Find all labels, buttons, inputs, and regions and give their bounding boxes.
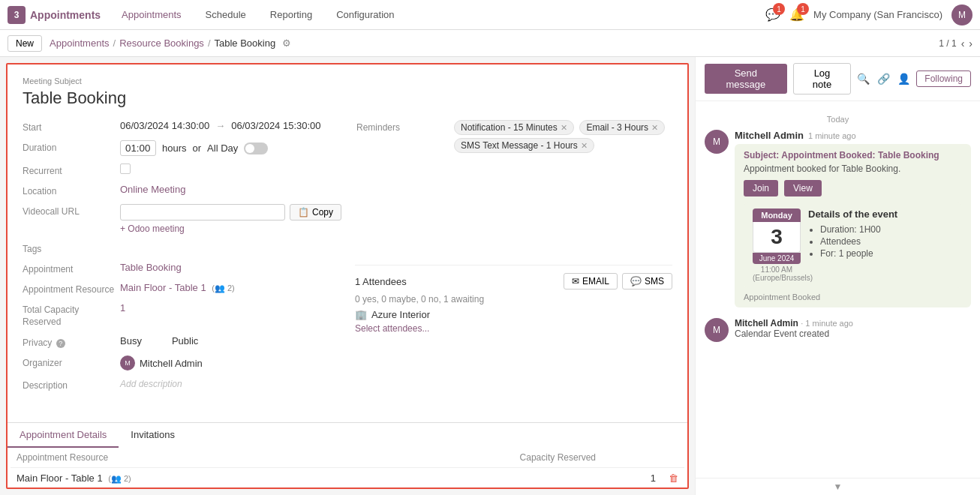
total-capacity-value[interactable]: 1 — [120, 302, 340, 314]
privacy-label: Privacy ? — [23, 335, 120, 348]
attendees-section: 1 Attendees ✉ EMAIL 💬 SMS — [355, 265, 672, 334]
user-avatar[interactable]: M — [951, 4, 972, 26]
copy-button[interactable]: 📋 Copy — [290, 204, 341, 220]
location-value[interactable]: Online Meeting — [120, 184, 341, 195]
videocall-input[interactable] — [120, 204, 285, 220]
new-button[interactable]: New — [8, 35, 42, 52]
tab-invitations[interactable]: Invitations — [119, 423, 187, 448]
nav-schedule[interactable]: Schedule — [200, 6, 252, 23]
user-icon[interactable]: 👤 — [897, 73, 910, 85]
resource-icons: (👥 2) — [212, 284, 235, 292]
select-attendees[interactable]: Select attendees... — [355, 323, 672, 334]
following-button[interactable]: Following — [916, 70, 971, 87]
email-button[interactable]: ✉ EMAIL — [564, 273, 618, 290]
attendee-item-0: 🏢 Azure Interior — [355, 309, 672, 320]
pagination: 1 / 1 ‹ › — [939, 38, 972, 50]
location-row: Location Online Meeting — [23, 184, 341, 196]
description-label: Description — [23, 378, 120, 391]
sub-header: New Appointments / Resource Bookings / T… — [0, 30, 980, 57]
attendee-status: 0 yes, 0 maybe, 0 no, 1 awaiting — [355, 294, 672, 304]
msg-subject-0: Subject: Appointment Booked: Table Booki… — [744, 150, 962, 160]
duration-input[interactable] — [120, 140, 156, 156]
organizer-avatar: M — [120, 356, 135, 370]
appointment-label: Appointment — [23, 262, 120, 274]
breadcrumb-appointments[interactable]: Appointments — [50, 38, 110, 49]
cal-detail-0: Duration: 1H00 — [820, 224, 953, 235]
notification-badge-1: 1 — [773, 3, 785, 15]
link-icon[interactable]: 🔗 — [877, 73, 890, 85]
organizer-name[interactable]: Mitchell Admin — [140, 358, 203, 369]
gear-icon[interactable]: ⚙ — [282, 38, 291, 49]
appointment-row: Appointment Table Booking — [23, 262, 340, 274]
top-nav-links: Appointments Schedule Reporting Configur… — [116, 6, 400, 23]
arrow: → — [215, 120, 225, 131]
pagination-text: 1 / 1 — [939, 38, 956, 49]
nav-configuration[interactable]: Configuration — [330, 6, 400, 23]
privacy-help-icon[interactable]: ? — [56, 339, 65, 348]
reminder-close-2[interactable]: ✕ — [581, 141, 588, 151]
cal-details: Details of the event Duration: 1H00 Atte… — [808, 208, 953, 282]
organizer-value: M Mitchell Admin — [120, 356, 340, 370]
reminder-close-1[interactable]: ✕ — [651, 123, 658, 133]
notification-icon-1[interactable]: 💬 1 — [765, 8, 780, 22]
odoo-meeting-link[interactable]: + Odoo meeting — [120, 224, 185, 234]
chatter-content-0: Mitchell Admin 1 minute ago Subject: App… — [735, 130, 971, 308]
chatter-author-1: Mitchell Admin — [735, 318, 798, 328]
join-button[interactable]: Join — [744, 180, 778, 196]
cal-icon: Monday 3 June 2024 11:00 AM (Europe/Brus… — [753, 208, 801, 282]
start-row: Start 06/03/2024 14:30:00 → 06/03/2024 1… — [23, 120, 341, 133]
reminder-close-0[interactable]: ✕ — [561, 123, 567, 133]
pagination-next[interactable]: › — [969, 38, 972, 50]
table-delete-0[interactable]: 🗑 — [669, 472, 678, 484]
attendee-icon: 🏢 — [355, 309, 367, 320]
breadcrumb: Appointments / Resource Bookings / Table… — [50, 38, 291, 49]
breadcrumb-resource-bookings[interactable]: Resource Bookings — [119, 38, 204, 49]
privacy-public: Public — [172, 335, 198, 346]
log-note-button[interactable]: Log note — [793, 63, 852, 94]
videocall-label: Videocall URL — [23, 204, 120, 217]
email-icon: ✉ — [572, 276, 579, 286]
description-placeholder[interactable]: Add description — [120, 379, 182, 389]
right-panel: Send message Log note 🔍 🔗 👤 Following To… — [695, 57, 980, 495]
meeting-title[interactable]: Table Booking — [23, 88, 672, 108]
privacy-row: Privacy ? Busy Public — [23, 335, 340, 348]
chatter-message-0: M Mitchell Admin 1 minute ago Subject: A… — [705, 130, 971, 308]
app-logo: 3 Appointments — [8, 6, 101, 24]
attendees-count: 1 Attendees — [355, 276, 407, 287]
view-button[interactable]: View — [784, 180, 822, 196]
nav-appointments[interactable]: Appointments — [116, 6, 188, 23]
pagination-prev[interactable]: ‹ — [961, 38, 965, 50]
appointment-resource-label: Appointment Resource — [23, 282, 120, 295]
chatter-time-1b: 1 minute ago — [805, 319, 853, 328]
breadcrumb-sep: / — [113, 38, 116, 49]
notification-icon-2[interactable]: 🔔 1 — [789, 8, 804, 22]
company-name: My Company (San Francisco) — [813, 9, 942, 20]
sms-button[interactable]: 💬 SMS — [622, 273, 672, 290]
reminder-label-1: Email - 3 Hours — [586, 122, 648, 133]
privacy-busy: Busy — [120, 335, 142, 346]
table-capacity-value-0[interactable]: 1 — [596, 472, 656, 484]
nav-reporting[interactable]: Reporting — [264, 6, 318, 23]
scroll-down-arrow[interactable]: ▼ — [696, 478, 980, 495]
right-panel-header: Send message Log note 🔍 🔗 👤 Following — [696, 57, 980, 101]
duration-row: Duration hours or All Day — [23, 140, 341, 156]
privacy-values: Busy Public — [120, 335, 340, 346]
attendee-name-0[interactable]: Azure Interior — [371, 309, 430, 320]
start-date[interactable]: 06/03/2024 14:30:00 — [120, 120, 209, 131]
end-date[interactable]: 06/03/2024 15:30:00 — [231, 120, 320, 131]
search-icon[interactable]: 🔍 — [857, 73, 870, 85]
chatter-avatar-0: M — [705, 130, 729, 154]
tabs-bar: Appointment Details Invitations — [8, 422, 687, 448]
table-resource-0[interactable]: Main Floor - Table 1 — [17, 472, 103, 484]
attendee-actions: ✉ EMAIL 💬 SMS — [564, 273, 672, 290]
table-resource-icons-0: (👥 2) — [108, 474, 131, 483]
recurrent-checkbox[interactable] — [120, 164, 131, 174]
all-day-toggle[interactable] — [244, 142, 268, 154]
tab-appointment-details[interactable]: Appointment Details — [8, 423, 119, 448]
cal-month-year: June 2024 — [753, 253, 801, 264]
tags-row: Tags — [23, 242, 672, 254]
send-message-button[interactable]: Send message — [705, 64, 787, 94]
table-header-resource: Appointment Resource — [17, 452, 476, 463]
appointment-value[interactable]: Table Booking — [120, 262, 340, 273]
chatter-author-0: Mitchell Admin — [735, 130, 804, 141]
